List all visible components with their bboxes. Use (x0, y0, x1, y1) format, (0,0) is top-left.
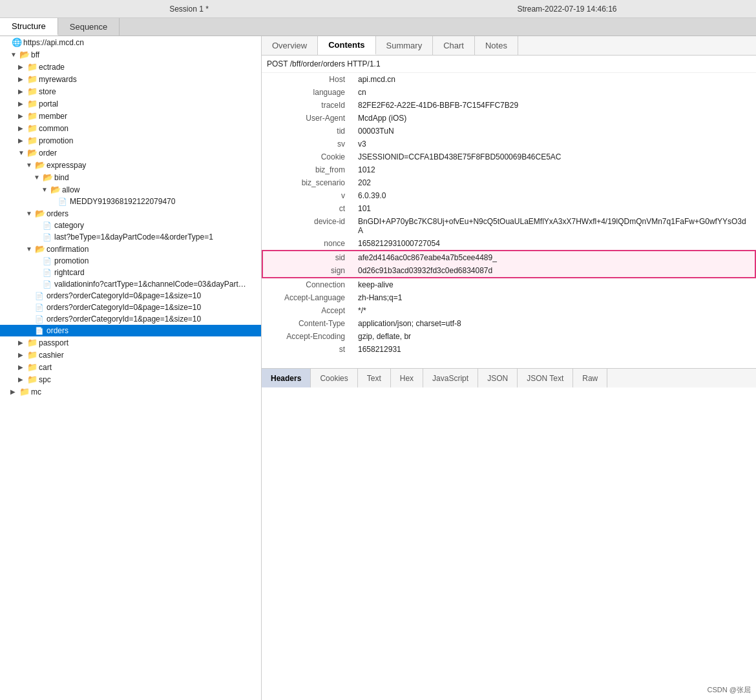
bottom-tab-hex[interactable]: Hex (391, 369, 423, 387)
expand-icon: ▶ (18, 125, 27, 132)
expand-icon: ▶ (18, 88, 27, 95)
header-key: device-id (262, 215, 353, 237)
tree-node-label: MEDDY919368192122079470 (70, 197, 175, 206)
content-area: 🌐https://api.mcd.cn▼📂bff▶📁ectrade▶📁myrew… (0, 36, 756, 700)
file-icon: 📄 (43, 269, 54, 277)
tree-node-store[interactable]: ▶📁store (0, 85, 261, 98)
tab-overview[interactable]: Overview (262, 36, 318, 55)
bottom-tab-json[interactable]: JSON (478, 369, 518, 387)
tree-node-label: myrewards (39, 75, 77, 84)
tab-notes[interactable]: Notes (475, 36, 518, 55)
tree-node-orders-selected[interactable]: 📄orders (0, 325, 261, 336)
tree-node-orders-cat-0-p1b[interactable]: 📄orders?orderCategoryId=0&page=1&size=10 (0, 302, 261, 313)
tree-node-ectrade[interactable]: ▶📁ectrade (0, 61, 261, 73)
header-key: User-Agent (262, 112, 353, 125)
tree-node-validationinfo[interactable]: 📄validationinfo?cartType=1&channelCode=0… (0, 278, 261, 290)
tab-structure[interactable]: Structure (0, 18, 58, 36)
tree-node-api-root[interactable]: 🌐https://api.mcd.cn (0, 36, 261, 48)
header-key: Content-Type (262, 317, 353, 330)
header-value: 101 (353, 202, 755, 215)
table-row: v6.0.39.0 (262, 189, 755, 202)
tree-node-promotion[interactable]: ▶📁promotion (0, 134, 261, 147)
expand-icon: ▼ (18, 149, 27, 156)
tree-node-label: bind (54, 173, 69, 182)
tree-node-bind[interactable]: ▼📂bind (0, 171, 261, 183)
folder-icon: 📁 (27, 350, 39, 360)
tree-node-mc[interactable]: ▶📁mc (0, 386, 261, 398)
expand-icon: ▶ (18, 63, 27, 70)
header-value: 202 (353, 176, 755, 189)
bottom-tab-json-text[interactable]: JSON Text (518, 369, 573, 387)
tree-node-orders-folder[interactable]: ▼📂orders (0, 207, 261, 220)
expand-icon: ▶ (18, 364, 27, 371)
folder-icon: 📁 (27, 338, 39, 347)
tree-node-label: last?beType=1&dayPartCode=4&orderType=1 (54, 232, 213, 242)
expand-icon: ▼ (26, 210, 35, 217)
header-key: traceId (262, 99, 353, 112)
tree-node-meddy[interactable]: 📄MEDDY919368192122079470 (0, 196, 261, 207)
file-icon: 📄 (35, 292, 47, 300)
watermark: CSDN @张屈 (708, 685, 751, 695)
tree-node-label: orders (47, 326, 68, 335)
bottom-tab-raw[interactable]: Raw (573, 369, 607, 387)
tree-node-expresspay[interactable]: ▼📂expresspay (0, 159, 261, 171)
table-row: biz_from1012 (262, 163, 755, 176)
tree-node-member[interactable]: ▶📁member (0, 110, 261, 122)
tree-node-label: allow (62, 185, 79, 194)
tree-node-bff[interactable]: ▼📂bff (0, 48, 261, 61)
tree-node-passport[interactable]: ▶📁passport (0, 336, 261, 349)
tree-node-category[interactable]: 📄category (0, 220, 261, 231)
tree-node-order[interactable]: ▼📂order (0, 147, 261, 159)
tree-node-promotion-item[interactable]: 📄promotion (0, 255, 261, 267)
tab-contents[interactable]: Contents (318, 36, 375, 55)
session-title: Session 1 * (169, 5, 209, 14)
tree-node-label: expresspay (47, 161, 86, 170)
expand-icon: ▶ (10, 388, 19, 395)
tree-node-confirmation[interactable]: ▼📂confirmation (0, 243, 261, 255)
table-row: device-idBnGDI+AP70yBc7KC8Uj+ofvEu+N9cQ5… (262, 215, 755, 237)
tree-node-portal[interactable]: ▶📁portal (0, 98, 261, 110)
header-key: biz_scenario (262, 176, 353, 189)
file-icon: 📄 (35, 315, 47, 324)
table-row: ct101 (262, 202, 755, 215)
stream-title: Stream-2022-07-19 14:46:16 (517, 5, 616, 14)
header-key: Cookie (262, 150, 353, 163)
table-row: Accept*/* (262, 304, 755, 317)
folder-icon: 📁 (19, 387, 31, 396)
bottom-tab-headers[interactable]: Headers (262, 369, 311, 387)
tree-node-common[interactable]: ▶📁common (0, 122, 261, 134)
tree-node-orders-cat-1-p1[interactable]: 📄orders?orderCategoryId=1&page=1&size=10 (0, 313, 261, 325)
bottom-tab-javascript[interactable]: JavaScript (423, 369, 478, 387)
tree-node-cashier[interactable]: ▶📁cashier (0, 349, 261, 361)
bottom-tab-cookies[interactable]: Cookies (311, 369, 357, 387)
tab-summary[interactable]: Summary (376, 36, 434, 55)
bottom-tab-text[interactable]: Text (358, 369, 391, 387)
tree-node-label: spc (39, 375, 51, 384)
main-tabs-bar: Structure Sequence (0, 18, 756, 36)
table-row: Accept-Languagezh-Hans;q=1 (262, 291, 755, 304)
file-icon: 📄 (43, 257, 54, 265)
header-value: gzip, deflate, br (353, 330, 755, 343)
table-row: biz_scenario202 (262, 176, 755, 189)
header-value: afe2d4146ac0c867eabe4a7b5cee4489_ (353, 251, 755, 264)
tree-node-orders-cat-0-p1[interactable]: 📄orders?orderCategoryId=0&page=1&size=10 (0, 290, 261, 302)
tree-node-cart[interactable]: ▶📁cart (0, 361, 261, 373)
file-icon: 📄 (43, 233, 54, 242)
tree-node-rightcard[interactable]: 📄rightcard (0, 267, 261, 278)
tree-node-label: cart (39, 363, 52, 372)
tree-node-spc[interactable]: ▶📁spc (0, 373, 261, 386)
tree-node-myrewards[interactable]: ▶📁myrewards (0, 73, 261, 85)
file-icon: 📄 (35, 327, 47, 335)
tab-chart[interactable]: Chart (433, 36, 475, 55)
header-value: JSESSIONID=CCFA1BD438E75F8FBD500069B46CE… (353, 150, 755, 163)
header-key: Host (262, 73, 353, 86)
folder-icon: 📁 (27, 375, 39, 384)
header-value: 1658212931 (353, 343, 755, 356)
tree-node-last-be-type[interactable]: 📄last?beType=1&dayPartCode=4&orderType=1 (0, 231, 261, 243)
tab-sequence[interactable]: Sequence (58, 18, 120, 36)
tree-node-allow[interactable]: ▼📂allow (0, 183, 261, 196)
header-key: v (262, 189, 353, 202)
title-bar-right: Stream-2022-07-19 14:46:16 (378, 5, 756, 14)
tree-node-label: category (54, 221, 84, 230)
table-row: Content-Typeapplication/json; charset=ut… (262, 317, 755, 330)
